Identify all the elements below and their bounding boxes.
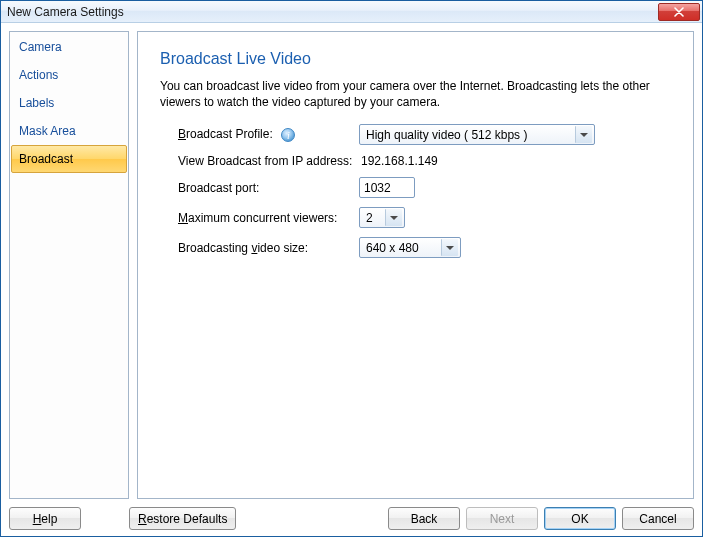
dropdown-button	[385, 209, 402, 226]
broadcast-port-label: Broadcast port:	[178, 181, 353, 195]
restore-defaults-button[interactable]: Restore Defaults	[129, 507, 236, 530]
page-description: You can broadcast live video from your c…	[160, 78, 671, 110]
max-viewers-dropdown[interactable]: 2	[359, 207, 405, 228]
broadcast-port-input[interactable]	[359, 177, 415, 198]
main-panel: Broadcast Live Video You can broadcast l…	[137, 31, 694, 499]
sidebar-item-broadcast[interactable]: Broadcast	[11, 145, 127, 173]
close-icon	[674, 7, 684, 17]
cancel-button[interactable]: Cancel	[622, 507, 694, 530]
next-button: Next	[466, 507, 538, 530]
video-size-value: 640 x 480	[366, 241, 437, 255]
video-size-dropdown[interactable]: 640 x 480	[359, 237, 461, 258]
settings-form: Broadcast Profile: i High quality video …	[178, 124, 671, 258]
back-button[interactable]: Back	[388, 507, 460, 530]
sidebar: Camera Actions Labels Mask Area Broadcas…	[9, 31, 129, 499]
ip-address-label: View Broadcast from IP address:	[178, 154, 353, 168]
chevron-down-icon	[446, 246, 454, 250]
ip-address-value: 192.168.1.149	[359, 154, 671, 168]
ok-button[interactable]: OK	[544, 507, 616, 530]
window-title: New Camera Settings	[7, 5, 124, 19]
dialog-window: New Camera Settings Camera Actions Label…	[0, 0, 703, 537]
dropdown-button	[441, 239, 458, 256]
sidebar-item-mask-area[interactable]: Mask Area	[11, 117, 127, 145]
sidebar-item-labels[interactable]: Labels	[11, 89, 127, 117]
broadcast-profile-label: Broadcast Profile: i	[178, 127, 353, 142]
video-size-label: Broadcasting video size:	[178, 241, 353, 255]
titlebar: New Camera Settings	[1, 1, 702, 23]
broadcast-profile-dropdown[interactable]: High quality video ( 512 kbps )	[359, 124, 595, 145]
content-row: Camera Actions Labels Mask Area Broadcas…	[9, 31, 694, 499]
help-button[interactable]: Help	[9, 507, 81, 530]
chevron-down-icon	[390, 216, 398, 220]
broadcast-profile-value: High quality video ( 512 kbps )	[366, 128, 571, 142]
sidebar-item-actions[interactable]: Actions	[11, 61, 127, 89]
client-area: Camera Actions Labels Mask Area Broadcas…	[1, 23, 702, 536]
info-icon[interactable]: i	[281, 128, 295, 142]
close-button[interactable]	[658, 3, 700, 21]
chevron-down-icon	[580, 133, 588, 137]
max-viewers-value: 2	[366, 211, 381, 225]
dropdown-button	[575, 126, 592, 143]
button-row: Help Restore Defaults Back Next OK Cance…	[9, 499, 694, 530]
sidebar-item-camera[interactable]: Camera	[11, 33, 127, 61]
max-viewers-label: Maximum concurrent viewers:	[178, 211, 353, 225]
page-title: Broadcast Live Video	[160, 50, 671, 68]
